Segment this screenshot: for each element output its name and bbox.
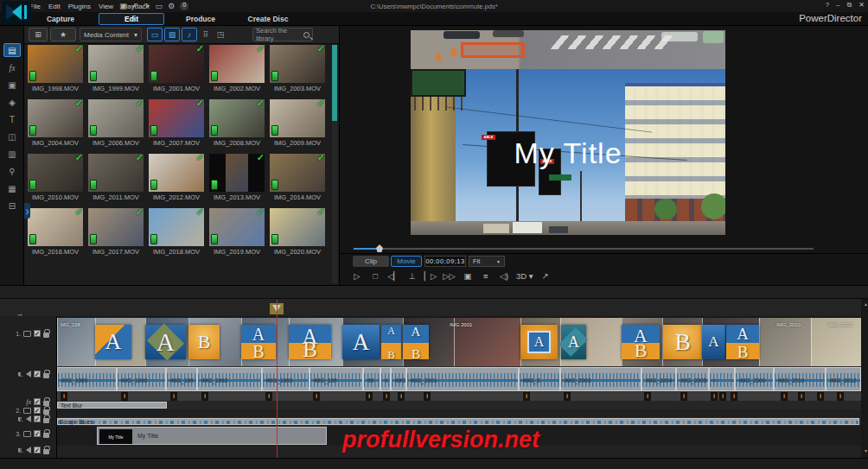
clip-mode-button[interactable]: Clip xyxy=(353,256,389,267)
stop-button[interactable]: □ xyxy=(369,269,381,282)
audio-clip[interactable]: II xyxy=(380,367,391,391)
clip-marker-icon[interactable]: i xyxy=(680,392,687,401)
clip-marker-icon[interactable]: i xyxy=(731,392,737,401)
media-item[interactable]: ✓IMG_2006.MOV xyxy=(86,99,145,147)
clip-marker-icon[interactable]: i xyxy=(383,392,390,401)
audio-clip[interactable]: IMG_2005 xyxy=(676,367,709,391)
media-item[interactable]: ✓IMG_2002.MOV xyxy=(207,45,266,92)
close-button[interactable]: ✕ xyxy=(858,1,865,10)
media-item[interactable]: ✓IMG_2010.MOV xyxy=(26,154,85,201)
content-filter-dropdown[interactable]: Media Content ▾ xyxy=(80,28,142,41)
audio-track-2[interactable]: Boogie Blues xyxy=(57,417,861,426)
transition-b[interactable]: B xyxy=(663,325,702,359)
timecode-display[interactable]: 00;00;09;13 xyxy=(424,256,466,267)
subtitle-room-icon[interactable]: ⊟ xyxy=(3,199,21,212)
voice-over-room-icon[interactable]: ⚲ xyxy=(3,164,21,178)
track-lock-icon[interactable] xyxy=(43,401,49,406)
media-item[interactable]: ✓IMG_2018.MOV xyxy=(147,208,206,256)
track-lock-icon[interactable] xyxy=(43,418,49,423)
media-room-icon[interactable]: ▤ xyxy=(3,43,21,57)
transition-ab[interactable]: AB xyxy=(289,325,331,359)
fast-forward-button[interactable]: ▷▷ xyxy=(443,269,456,282)
title-room-icon[interactable]: T xyxy=(3,112,21,126)
media-item[interactable]: ✓IMG_2011.MOV xyxy=(86,154,145,201)
track-lock-icon[interactable] xyxy=(43,333,49,338)
help-button[interactable]: ? xyxy=(826,1,829,10)
transition-ab[interactable]: AB xyxy=(381,325,401,359)
restore-button[interactable]: ⧉ xyxy=(847,1,852,10)
audio-clip[interactable]: IM xyxy=(363,367,380,391)
clip-marker-icon[interactable]: i xyxy=(201,392,208,401)
clip-marker-icon[interactable]: i xyxy=(817,392,824,401)
audio-mixing-room-icon[interactable]: ▥ xyxy=(3,147,21,161)
next-frame-button[interactable]: ▏▷ xyxy=(424,269,437,282)
clip-marker-icon[interactable]: i xyxy=(398,392,405,401)
track-lock-icon[interactable] xyxy=(43,433,49,438)
clip-marker-icon[interactable]: i xyxy=(366,392,373,401)
audio-clip[interactable]: IMG_2012 xyxy=(826,367,861,391)
track-lock-icon[interactable] xyxy=(43,449,49,454)
track-enable-checkbox[interactable]: ✓ xyxy=(34,415,41,422)
clip-marker-icon[interactable]: i xyxy=(170,392,177,401)
track-lock-icon[interactable] xyxy=(43,409,49,415)
audio-clip[interactable]: IMG_199 xyxy=(166,367,197,391)
audio-clip[interactable]: IMG_2 xyxy=(519,367,560,391)
transition-a[interactable]: A xyxy=(95,325,131,359)
particle-room-icon[interactable]: ◈ xyxy=(3,95,21,109)
library-search-input[interactable]: Search the library xyxy=(252,28,313,41)
media-item[interactable]: ✓IMG_2001.MOV xyxy=(147,45,206,92)
preview-zoom-dropdown[interactable]: Fit ▼ xyxy=(469,256,505,267)
audio-clip[interactable]: IMG_1992 xyxy=(197,367,262,391)
title-clip[interactable]: My Title My Title xyxy=(97,427,327,445)
media-item[interactable]: ✓IMG_2017.MOV xyxy=(86,208,145,256)
library-scrollbar[interactable] xyxy=(332,45,337,283)
audio-clip[interactable]: IMG_2003 xyxy=(560,367,641,391)
media-item[interactable]: ✓IMG_2020.MOV xyxy=(268,208,327,256)
transition-a[interactable]: A xyxy=(520,325,558,359)
track-enable-checkbox[interactable]: ✓ xyxy=(34,430,41,437)
media-item[interactable]: ✓IMG_1998.MOV xyxy=(26,45,85,92)
audio-clip[interactable]: IMG_2004 xyxy=(641,367,676,391)
clip-marker-icon[interactable]: i xyxy=(711,392,718,401)
filter-photo-icon[interactable]: ▨ xyxy=(164,28,180,41)
transition-ab[interactable]: AB xyxy=(403,325,429,359)
transition-a[interactable]: A xyxy=(702,325,725,359)
transition-a[interactable]: A xyxy=(561,325,586,359)
transition-ab[interactable]: AB xyxy=(726,325,759,359)
audio-clip[interactable]: IMG_1993 xyxy=(262,367,310,391)
pip-objects-room-icon[interactable]: ▣ xyxy=(3,78,21,92)
clip-marker-icon[interactable]: i xyxy=(265,392,272,401)
grid-view-icon[interactable]: ⠿ xyxy=(200,29,212,41)
effect-clip[interactable]: Text Blur xyxy=(57,402,167,409)
clip-marker-icon[interactable]: i xyxy=(121,392,128,401)
media-item[interactable]: ✓IMG_2013.MOV xyxy=(207,154,266,201)
track-enable-checkbox[interactable]: ✓ xyxy=(34,371,41,377)
clip-marker-icon[interactable]: i xyxy=(644,392,651,401)
share-button[interactable]: ↗ xyxy=(539,269,551,282)
effect-room-icon[interactable]: fx xyxy=(3,60,21,74)
effect-track[interactable]: Text Blur xyxy=(57,401,861,409)
transition-a[interactable]: A xyxy=(342,325,380,359)
audio-clip[interactable]: IMG xyxy=(391,367,406,391)
clip-marker-icon[interactable]: i xyxy=(564,392,571,401)
clip-marker-icon[interactable]: i xyxy=(837,392,844,401)
scroll-up-icon[interactable]: ▴ xyxy=(865,301,867,307)
clip-marker-icon[interactable]: i xyxy=(424,392,431,401)
media-item[interactable]: ✓IMG_2007.MOV xyxy=(147,99,206,147)
media-item[interactable]: ✓IMG_2019.MOV xyxy=(207,208,266,256)
tab-produce[interactable]: Produce xyxy=(170,13,231,25)
media-item[interactable]: ✓IMG_2012.MOV xyxy=(147,154,206,201)
media-item[interactable]: ✓IMG_2003.MOV xyxy=(268,45,327,92)
audio-clip[interactable]: IMG_199 xyxy=(310,367,363,391)
filter-video-icon[interactable]: ▭ xyxy=(147,28,163,41)
transition-room-icon[interactable]: ◫ xyxy=(3,130,21,143)
scroll-down-icon[interactable]: ▾ xyxy=(865,447,867,453)
library-expand-handle[interactable]: ❯ xyxy=(24,203,30,219)
audio-track-1[interactable]: IMG_1989IMG_1990IMG_199IMG_1992IMG_1993I… xyxy=(57,366,861,392)
clip-marker-icon[interactable]: i xyxy=(781,392,788,401)
timeline-vertical-scrollbar[interactable]: ▴ ▾ xyxy=(861,299,868,458)
tab-edit[interactable]: Edit xyxy=(99,13,164,25)
import-media-button[interactable]: ⊞ xyxy=(29,28,48,41)
clip-marker-icon[interactable]: i xyxy=(61,392,67,401)
track-enable-checkbox[interactable]: ✓ xyxy=(34,407,41,414)
